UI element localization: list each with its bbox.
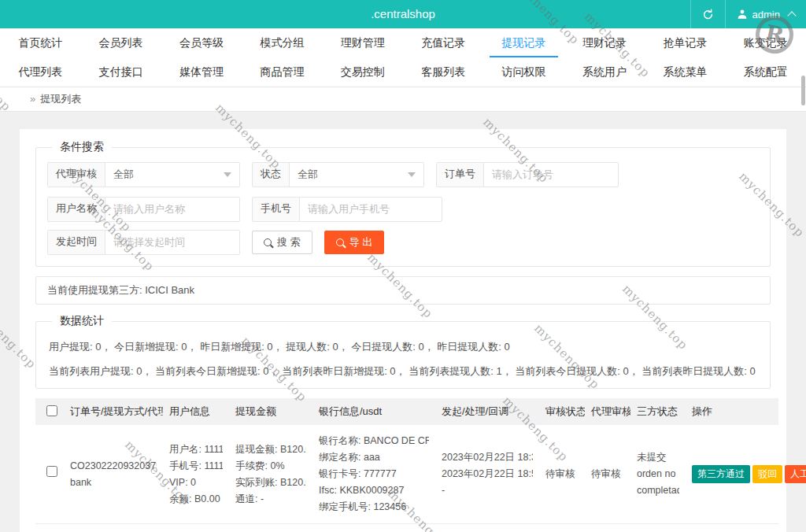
vertical-scrollbar[interactable] [801,76,805,105]
nav-trade-control[interactable]: 交易控制 [323,57,403,87]
nav-home-stats[interactable]: 首页统计 [0,28,80,57]
nav-system-config[interactable]: 系统配置 [726,57,806,87]
col-third: 三方状态 [630,398,686,425]
col-times: 发起/处理/回调 [435,398,539,425]
col-actions: 操作 [686,398,778,425]
search-icon [264,238,272,246]
actual-amount: 实际到账: B120.00 [235,475,306,491]
main-nav: 首页统计 会员列表 会员等级 模式分组 理财管理 充值记录 提现记录 理财记录 … [0,28,806,87]
nav-mode-group[interactable]: 模式分组 [242,28,322,57]
third-party-status-cell: 未提交 orden no completada [630,425,686,524]
bank-name: 银行名称: BANCO DE CRÉDITO [319,433,429,449]
times-cell: 2023年02月22日 18:32:03 2023年02月22日 18:53:3… [435,425,539,524]
phone-filter: 手机号 [252,197,442,222]
caret-down-icon [224,172,231,177]
status-label: 状态 [253,163,290,187]
nav-row-1: 首页统计 会员列表 会员等级 模式分组 理财管理 充值记录 提现记录 理财记录 … [0,28,806,57]
caret-down-icon [408,172,416,177]
nav-payment-api[interactable]: 支付接口 [80,57,161,87]
withdraw-table: 订单号/提现方式/代理 用户信息 提现金额 银行信息/usdt 发起/处理/回调… [35,398,778,524]
manual-pass-button[interactable]: 人工通过 [785,465,806,483]
nav-system-menu[interactable]: 系统菜单 [645,57,725,87]
user-balance: 余额: B0.00 [169,491,223,508]
app-header: .centralshop admin [0,0,806,28]
col-agent: 代理审核 [585,398,630,425]
breadcrumb-label: 提现列表 [40,93,81,105]
search-fieldset: 条件搜索 代理审核 全部 状态 全部 订单号 [35,140,771,267]
nav-withdraw-records[interactable]: 提现记录 [483,28,564,57]
process-time: 2023年02月22日 18:53:36 [442,466,533,482]
phone-input[interactable] [300,198,442,220]
third-party-pass-button[interactable]: 第三方通过 [692,465,750,483]
refresh-icon [702,9,714,20]
user-info-cell: 用户名: 11111 手机号: 11111 VIP: 0 余额: B0.00 [163,425,229,524]
search-button[interactable]: 搜 索 [252,231,312,254]
agent-review-select[interactable]: 全部 [105,163,239,187]
select-all-header [35,398,64,425]
nav-row-2: 代理列表 支付接口 媒体管理 商品管理 交易控制 客服列表 访问权限 系统用户 … [0,57,806,87]
col-bank: 银行信息/usdt [312,398,435,425]
start-time: 2023年02月22日 18:32:03 [442,449,533,466]
nav-agent-list[interactable]: 代理列表 [0,57,80,87]
tp-status-3: completada [637,482,679,499]
fee: 手续费: 0% [235,458,306,475]
stats-line-current: 当前列表用户提现: 0， 当前列表今日新增提现: 0， 当前列表昨日新增提现: … [47,360,759,385]
third-party-notice: 当前使用提现第三方: ICICI Bank [35,276,771,305]
callback-time: - [442,482,533,499]
content-card: 条件搜索 代理审核 全部 状态 全部 订单号 [20,129,786,532]
user-phone: 手机号: 11111 [169,458,223,475]
nav-access-perms[interactable]: 访问权限 [483,57,564,87]
table-header-row: 订单号/提现方式/代理 用户信息 提现金额 银行信息/usdt 发起/处理/回调… [35,398,778,425]
withdraw-amount: 提现金额: B120.00 [235,441,306,458]
search-row-2: 发起时间 搜 索 导 出 [47,230,759,255]
order-no-label: 订单号 [437,163,484,187]
col-review: 审核状态 [539,398,585,425]
nav-grab-records[interactable]: 抢单记录 [645,28,725,57]
username: admin [752,9,780,20]
agent-review-value: 全部 [113,168,134,182]
user-name-filter: 用户名称 [47,197,240,222]
nav-product-mgmt[interactable]: 商品管理 [242,57,322,87]
user-name-input[interactable] [105,198,239,220]
col-user: 用户信息 [163,398,229,425]
row-checkbox[interactable] [46,466,57,477]
nav-finance-mgmt[interactable]: 理财管理 [323,28,403,57]
order-no-input[interactable] [484,163,618,185]
refresh-button[interactable] [690,0,725,28]
nav-media-mgmt[interactable]: 媒体管理 [161,57,242,87]
bind-phone: 绑定手机号: 123456 [319,499,429,515]
nav-balance-records[interactable]: 账变记录 [726,28,806,57]
order-no-filter: 订单号 [436,162,619,187]
search-button-label: 搜 索 [277,235,301,249]
bank-card-no: 银行卡号: 777777 [319,466,429,482]
nav-member-level[interactable]: 会员等级 [161,28,242,57]
order-cell: CO2302220932037572 bank [64,425,163,524]
bind-name: 绑定名称: aaa [319,449,429,466]
nav-service-list[interactable]: 客服列表 [403,57,483,87]
user-menu[interactable]: admin [725,0,806,28]
breadcrumb-arrow-icon: » [30,93,35,105]
search-legend: 条件搜索 [52,140,112,154]
review-status-cell: 待审核 [539,425,585,524]
bank-info-cell: 银行名称: BANCO DE CRÉDITO 绑定名称: aaa 银行卡号: 7… [312,425,435,524]
export-button[interactable]: 导 出 [324,231,385,254]
start-time-input[interactable] [105,231,239,253]
tp-status-2: orden no [637,466,679,482]
status-select[interactable]: 全部 [290,163,423,187]
agent-review-label: 代理审核 [48,163,105,187]
reject-button[interactable]: 驳回 [752,465,782,483]
tp-status-1: 未提交 [637,449,679,466]
order-no: CO2302220932037572 [70,458,157,475]
user-icon [737,9,748,20]
phone-label: 手机号 [253,198,300,221]
withdraw-method: bank [70,475,157,491]
page: .centralshop admin 首页统计 会员列表 会员等级 模式分组 理… [0,0,806,532]
ifsc: Ifsc: KKBK0009287 [319,482,429,499]
nav-system-users[interactable]: 系统用户 [564,57,645,87]
nav-member-list[interactable]: 会员列表 [80,28,161,57]
export-search-icon [336,238,344,246]
channel: 通道: - [235,491,306,508]
select-all-checkbox[interactable] [46,405,57,416]
nav-recharge-records[interactable]: 充值记录 [403,28,483,57]
nav-finance-records[interactable]: 理财记录 [564,28,645,57]
